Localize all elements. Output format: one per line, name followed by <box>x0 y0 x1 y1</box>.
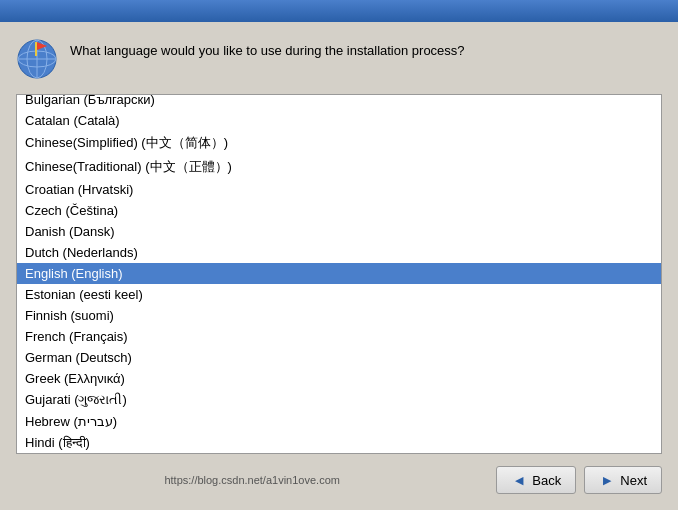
language-item-english[interactable]: English (English) <box>17 263 661 284</box>
language-item-hebrew[interactable]: Hebrew (עברית) <box>17 411 661 432</box>
globe-icon <box>16 38 58 80</box>
back-label: Back <box>532 473 561 488</box>
top-bar <box>0 0 678 22</box>
svg-rect-5 <box>35 42 37 56</box>
back-arrow-icon <box>511 472 527 488</box>
language-item-german[interactable]: German (Deutsch) <box>17 347 661 368</box>
footer-url: https://blog.csdn.net/a1vin1ove.com <box>16 474 488 486</box>
list-container: Bulgarian (Български)Catalan (Català)Chi… <box>16 94 662 454</box>
header-text: What language would you like to use duri… <box>70 38 465 60</box>
language-item-french[interactable]: French (Français) <box>17 326 661 347</box>
language-item-catalan[interactable]: Catalan (Català) <box>17 110 661 131</box>
language-item-estonian[interactable]: Estonian (eesti keel) <box>17 284 661 305</box>
language-item-gujarati[interactable]: Gujarati (ગુજરાતી) <box>17 389 661 411</box>
language-item-bulgarian[interactable]: Bulgarian (Български) <box>17 95 661 110</box>
header-question: What language would you like to use duri… <box>70 43 465 58</box>
language-item-chinese-simplified[interactable]: Chinese(Simplified) (中文（简体）) <box>17 131 661 155</box>
language-item-danish[interactable]: Danish (Dansk) <box>17 221 661 242</box>
back-button[interactable]: Back <box>496 466 576 494</box>
language-item-czech[interactable]: Czech (Čeština) <box>17 200 661 221</box>
language-item-chinese-traditional[interactable]: Chinese(Traditional) (中文（正體）) <box>17 155 661 179</box>
language-item-croatian[interactable]: Croatian (Hrvatski) <box>17 179 661 200</box>
language-item-hindi[interactable]: Hindi (हिन्दी) <box>17 432 661 453</box>
language-item-finnish[interactable]: Finnish (suomi) <box>17 305 661 326</box>
language-item-greek[interactable]: Greek (Ελληνικά) <box>17 368 661 389</box>
main-container: What language would you like to use duri… <box>0 22 678 510</box>
next-arrow-icon <box>599 472 615 488</box>
footer-section: https://blog.csdn.net/a1vin1ove.com Back… <box>16 466 662 494</box>
language-item-dutch[interactable]: Dutch (Nederlands) <box>17 242 661 263</box>
language-list[interactable]: Bulgarian (Български)Catalan (Català)Chi… <box>17 95 661 453</box>
next-label: Next <box>620 473 647 488</box>
header-section: What language would you like to use duri… <box>16 38 662 80</box>
next-button[interactable]: Next <box>584 466 662 494</box>
